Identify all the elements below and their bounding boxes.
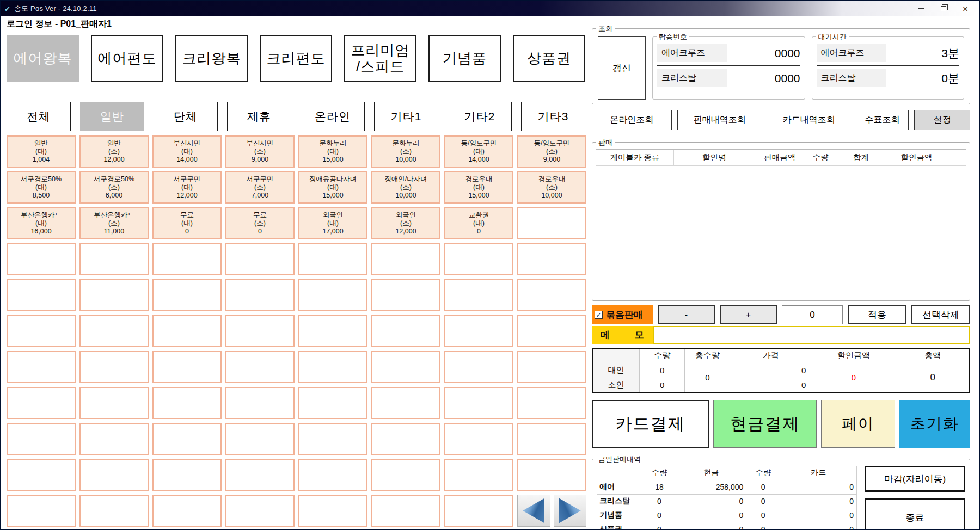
product-button[interactable]: 무료(소)0 — [225, 207, 295, 239]
wait-crystal-name: 크리스탈 — [817, 69, 886, 87]
tab-button[interactable]: 제휴 — [227, 102, 291, 131]
product-button[interactable]: 외국인(대)17,000 — [298, 207, 367, 239]
product-size: (소) — [254, 219, 266, 227]
today-card-amount: 0 — [780, 522, 857, 530]
product-button[interactable]: 문화누리(소)10,000 — [371, 135, 440, 168]
today-actions: 마감(자리이동) 종료 — [865, 466, 965, 530]
empty-product-cell — [517, 387, 586, 419]
product-name: 부산시민 — [174, 139, 201, 147]
product-button[interactable]: 서구구민(대)12,000 — [152, 171, 222, 204]
tab-button[interactable]: 온라인 — [301, 102, 365, 131]
page-prev-button[interactable] — [517, 495, 550, 527]
product-button[interactable]: 장애유공다자녀(대)15,000 — [298, 171, 367, 204]
tab-button[interactable]: 기타1 — [374, 102, 438, 131]
product-button[interactable]: 부산시민(소)9,000 — [225, 135, 295, 168]
page-next-button[interactable] — [554, 495, 587, 527]
product-name: 외국인 — [396, 211, 416, 219]
restore-icon[interactable] — [941, 6, 946, 11]
product-button[interactable]: 일반(소)12,000 — [79, 135, 149, 168]
exit-button[interactable]: 종료 — [865, 498, 965, 530]
empty-product-cell — [225, 351, 295, 383]
refresh-button[interactable]: 갱신 — [598, 36, 646, 100]
today-sales-row: 기념품0000 — [597, 508, 857, 522]
product-button[interactable]: 서구경로50%(소)6,000 — [79, 171, 149, 204]
sales-table-header: 케이블카 종류할인명판매금액수량합계할인금액 — [596, 150, 966, 166]
minimize-icon[interactable] — [918, 8, 924, 9]
qty-display[interactable]: 0 — [782, 305, 843, 324]
empty-product-cell — [371, 459, 440, 491]
bundle-sale-toggle[interactable]: ✓ 묶음판매 — [592, 305, 653, 324]
product-price: 12,000 — [103, 156, 124, 164]
qty-plus-button[interactable]: + — [720, 305, 777, 324]
sales-scrollbar-column — [947, 150, 966, 166]
reset-button[interactable]: 초기화 — [899, 400, 970, 448]
product-price: 9,000 — [252, 156, 268, 164]
card-history-button[interactable]: 카드내역조회 — [768, 110, 850, 130]
tab-button[interactable]: 기타3 — [521, 102, 585, 131]
product-name: 부산은행카드 — [94, 211, 134, 219]
product-button[interactable]: 동/영도구민(소)9,000 — [517, 135, 586, 168]
sales-history-button[interactable]: 판매내역조회 — [677, 110, 762, 130]
today-qty-card: 0 — [746, 508, 780, 522]
category-button[interactable]: 에어왕복 — [7, 35, 79, 82]
product-button[interactable]: 무료(대)0 — [152, 207, 222, 239]
summary-header-discount: 할인금액 — [811, 348, 896, 363]
product-button[interactable]: 문화누리(대)15,000 — [298, 135, 367, 168]
product-button[interactable]: 서구경로50%(대)8,500 — [7, 171, 76, 204]
category-button[interactable]: 크리편도 — [260, 35, 332, 82]
product-button[interactable]: 교환권(대)0 — [444, 207, 513, 239]
product-button[interactable]: 부산은행카드(대)16,000 — [7, 207, 76, 239]
wait-row-crystal: 크리스탈 0분 — [817, 66, 960, 90]
empty-product-cell — [225, 459, 295, 491]
product-button[interactable]: 일반(대)1,004 — [7, 135, 76, 168]
product-price: 12,000 — [395, 227, 416, 236]
close-icon[interactable]: × — [963, 4, 968, 14]
tab-button[interactable]: 단체 — [154, 102, 218, 131]
product-price: 16,000 — [30, 227, 51, 236]
wait-air-name: 에어크루즈 — [817, 44, 886, 62]
product-button[interactable]: 경로우대(소)10,000 — [517, 171, 586, 204]
tab-button[interactable]: 기타2 — [448, 102, 512, 131]
category-button[interactable]: 크리왕복 — [175, 35, 248, 82]
pay-payment-button[interactable]: 페이 — [821, 400, 895, 448]
category-button[interactable]: 에어편도 — [91, 35, 163, 82]
tab-button[interactable]: 전체 — [7, 102, 71, 131]
close-shift-button[interactable]: 마감(자리이동) — [865, 466, 965, 492]
checkbox-checked-icon[interactable]: ✓ — [595, 311, 603, 319]
settings-button[interactable]: 설정 — [914, 110, 970, 130]
delete-selected-button[interactable]: 선택삭제 — [911, 305, 970, 324]
tab-button[interactable]: 일반 — [80, 102, 144, 131]
card-payment-button[interactable]: 카드결제 — [592, 400, 709, 448]
product-button[interactable]: 외국인(소)12,000 — [371, 207, 440, 239]
category-button[interactable]: 상품권 — [513, 35, 585, 82]
empty-product-cell — [444, 459, 513, 491]
sales-column-header: 판매금액 — [755, 150, 805, 166]
empty-product-cell — [79, 243, 149, 275]
wait-row-air: 에어크루즈 3분 — [817, 41, 960, 65]
qty-minus-button[interactable]: - — [658, 305, 715, 324]
empty-product-cell — [371, 243, 440, 275]
boarding-crystal-value: 0000 — [775, 72, 800, 85]
cash-payment-button[interactable]: 현금결제 — [713, 400, 817, 448]
category-button[interactable]: 기념품 — [428, 35, 501, 82]
online-lookup-button[interactable]: 온라인조회 — [592, 110, 672, 130]
product-button[interactable]: 부산은행카드(소)11,000 — [79, 207, 149, 239]
main-area: 로그인 정보 - P01_판매자1 에어왕복에어편도크리왕복크리편도프리미엄 /… — [1, 16, 979, 530]
apply-button[interactable]: 적용 — [848, 305, 906, 324]
category-button[interactable]: 프리미엄 /스피드 — [344, 35, 416, 82]
summary-header-blank — [592, 348, 640, 363]
product-price: 15,000 — [468, 192, 489, 200]
product-name: 장애유공다자녀 — [309, 175, 357, 183]
product-button[interactable]: 동/영도구민(대)14,000 — [444, 135, 513, 168]
product-button[interactable]: 장애인/다자녀(소)10,000 — [371, 171, 440, 204]
product-button[interactable]: 서구구민(소)7,000 — [225, 171, 295, 204]
memo-input[interactable] — [653, 326, 970, 344]
empty-product-cell — [152, 243, 222, 275]
left-panel: 로그인 정보 - P01_판매자1 에어왕복에어편도크리왕복크리편도프리미엄 /… — [1, 16, 592, 530]
product-button[interactable]: 경로우대(대)15,000 — [444, 171, 513, 204]
product-size: (소) — [400, 147, 412, 156]
adult-label: 대인 — [592, 363, 640, 378]
check-lookup-button[interactable]: 수표조회 — [856, 110, 909, 130]
product-button[interactable]: 부산시민(대)14,000 — [152, 135, 222, 168]
summary-header-total: 총액 — [896, 348, 970, 363]
